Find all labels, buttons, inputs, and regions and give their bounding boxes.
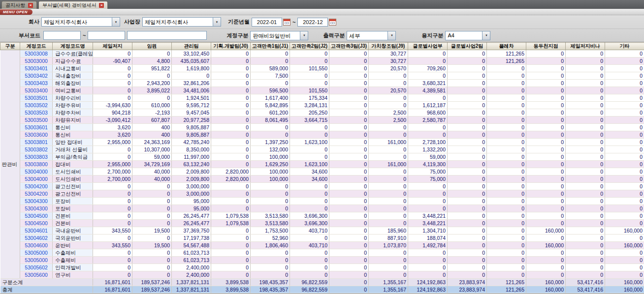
- amount-cell[interactable]: 20,977,258: [172, 117, 211, 124]
- amount-cell[interactable]: 0: [566, 109, 605, 117]
- amount-cell[interactable]: 0: [566, 264, 605, 271]
- amount-cell[interactable]: 2,820,000: [211, 176, 251, 183]
- amount-cell[interactable]: 95,000: [172, 205, 211, 212]
- amount-cell[interactable]: 0: [605, 131, 644, 139]
- account-name-cell[interactable]: 국내운반비: [53, 227, 93, 235]
- amount-cell[interactable]: 0: [329, 227, 369, 235]
- amount-cell[interactable]: 26,245,477: [172, 212, 211, 220]
- amount-cell[interactable]: 16,871,601: [93, 286, 132, 294]
- amount-cell[interactable]: 0: [566, 87, 605, 94]
- amount-cell[interactable]: 1,619,800: [172, 65, 211, 72]
- amount-cell[interactable]: 0: [448, 183, 487, 190]
- amount-cell[interactable]: 0: [93, 80, 132, 87]
- amount-cell[interactable]: 0: [290, 264, 329, 271]
- amount-cell[interactable]: 0: [369, 249, 408, 257]
- amount-cell[interactable]: 0: [211, 102, 251, 109]
- amount-cell[interactable]: 2,009,800: [172, 176, 211, 183]
- amount-cell[interactable]: 0: [448, 212, 487, 220]
- amount-cell[interactable]: 124,192,863: [408, 286, 448, 294]
- amount-cell[interactable]: 3,000,000: [172, 190, 211, 198]
- amount-cell[interactable]: 1,806,460: [251, 242, 290, 249]
- account-name-cell[interactable]: 운반비: [53, 242, 93, 249]
- grid-row-subtotal[interactable]: 53004300포장비0095,00000000000000: [0, 205, 644, 212]
- account-name-cell[interactable]: 부의금/축의금: [53, 153, 93, 161]
- amount-cell[interactable]: 0: [605, 102, 644, 109]
- amount-cell[interactable]: 8,061,495: [251, 117, 290, 124]
- amount-cell[interactable]: 2,400,000: [172, 271, 211, 279]
- amount-cell[interactable]: 0: [211, 80, 251, 87]
- amount-cell[interactable]: 904,218: [93, 109, 132, 117]
- amount-cell[interactable]: 589,000: [251, 65, 290, 72]
- account-name-cell[interactable]: 거래처 선물비: [53, 146, 93, 153]
- amount-cell[interactable]: 61,023,713: [172, 257, 211, 264]
- account-code-cell[interactable]: 53003601: [20, 124, 53, 131]
- amount-cell[interactable]: 1,079,538: [211, 220, 251, 227]
- amount-cell[interactable]: 0: [132, 249, 172, 257]
- amount-cell[interactable]: 0: [448, 65, 487, 72]
- amount-cell[interactable]: 0: [448, 271, 487, 279]
- amount-cell[interactable]: 23,883,974: [448, 286, 487, 294]
- amount-cell[interactable]: 0: [329, 50, 369, 58]
- amount-cell[interactable]: 1,753,500: [251, 227, 290, 235]
- amount-cell[interactable]: 0: [211, 249, 251, 257]
- grid-row[interactable]: 판관비53003008급수수료(클레임)0033,102,450000030,7…: [0, 50, 644, 58]
- amount-cell[interactable]: 0: [448, 257, 487, 264]
- amount-cell[interactable]: 0: [369, 212, 408, 220]
- grid-row-subtotal[interactable]: 53005600연구비002,400,00000000000000: [0, 271, 644, 279]
- amount-cell[interactable]: 0: [329, 161, 369, 168]
- amount-cell[interactable]: 0: [290, 50, 329, 58]
- account-name-cell[interactable]: 여비교통비: [53, 87, 93, 94]
- amount-cell[interactable]: 0: [211, 58, 251, 65]
- account-code-cell[interactable]: 53004500: [20, 220, 53, 227]
- period-from-input[interactable]: [252, 18, 282, 27]
- amount-cell[interactable]: 0: [93, 183, 132, 190]
- amount-cell[interactable]: 0: [487, 176, 526, 183]
- amount-cell[interactable]: 0: [408, 190, 448, 198]
- amount-cell[interactable]: 0: [93, 190, 132, 198]
- amount-cell[interactable]: 0: [369, 131, 408, 139]
- amount-cell[interactable]: 0: [487, 87, 526, 94]
- amount-cell[interactable]: -3,090,412: [93, 117, 132, 124]
- amount-cell[interactable]: 0: [369, 176, 408, 183]
- amount-cell[interactable]: 0: [566, 139, 605, 146]
- calendar-icon[interactable]: [329, 19, 336, 26]
- account-type-select[interactable]: 판매비와일반비 ▼: [250, 31, 308, 40]
- amount-cell[interactable]: 0: [369, 124, 408, 131]
- amount-cell[interactable]: 0: [329, 124, 369, 131]
- amount-cell[interactable]: 0: [369, 80, 408, 87]
- amount-cell[interactable]: 403,710: [290, 242, 329, 249]
- amount-cell[interactable]: 0: [448, 176, 487, 183]
- grid-row-subtotal[interactable]: 53003600통신비3,6204009,805,88700000000000: [0, 131, 644, 139]
- account-name-cell[interactable]: 도서인쇄비: [53, 176, 93, 183]
- amount-cell[interactable]: 160,000: [605, 279, 644, 286]
- amount-cell[interactable]: 0: [605, 58, 644, 65]
- amount-cell[interactable]: 0: [329, 183, 369, 190]
- amount-cell[interactable]: 0: [251, 183, 290, 190]
- amount-cell[interactable]: 0: [290, 271, 329, 279]
- account-name-cell[interactable]: 국외운반비: [53, 235, 93, 242]
- amount-cell[interactable]: 0: [329, 279, 369, 286]
- amount-cell[interactable]: 0: [448, 139, 487, 146]
- close-icon[interactable]: ×: [99, 3, 104, 8]
- amount-cell[interactable]: 0: [408, 198, 448, 205]
- amount-cell[interactable]: 1,355,167: [369, 279, 408, 286]
- amount-cell[interactable]: 0: [329, 72, 369, 80]
- amount-cell[interactable]: 189,537,246: [132, 286, 172, 294]
- amount-cell[interactable]: 1,492,784: [408, 242, 448, 249]
- account-name-cell[interactable]: 해외출장비: [53, 80, 93, 87]
- amount-cell[interactable]: 400: [132, 124, 172, 131]
- amount-cell[interactable]: 0: [526, 161, 566, 168]
- amount-cell[interactable]: 96,822,559: [290, 279, 329, 286]
- amount-cell[interactable]: 121,265: [487, 58, 526, 65]
- amount-cell[interactable]: 2,955,000: [93, 161, 132, 168]
- amount-cell[interactable]: 0: [526, 264, 566, 271]
- amount-cell[interactable]: 0: [605, 65, 644, 72]
- amount-cell[interactable]: -2,193: [132, 109, 172, 117]
- amount-cell[interactable]: 0: [448, 87, 487, 94]
- amount-cell[interactable]: 161,000: [369, 161, 408, 168]
- dept-name-display[interactable]: [127, 31, 207, 40]
- amount-cell[interactable]: 0: [526, 102, 566, 109]
- amount-cell[interactable]: 161,000: [369, 139, 408, 146]
- amount-cell[interactable]: 0: [369, 257, 408, 264]
- amount-cell[interactable]: 3,448,221: [408, 212, 448, 220]
